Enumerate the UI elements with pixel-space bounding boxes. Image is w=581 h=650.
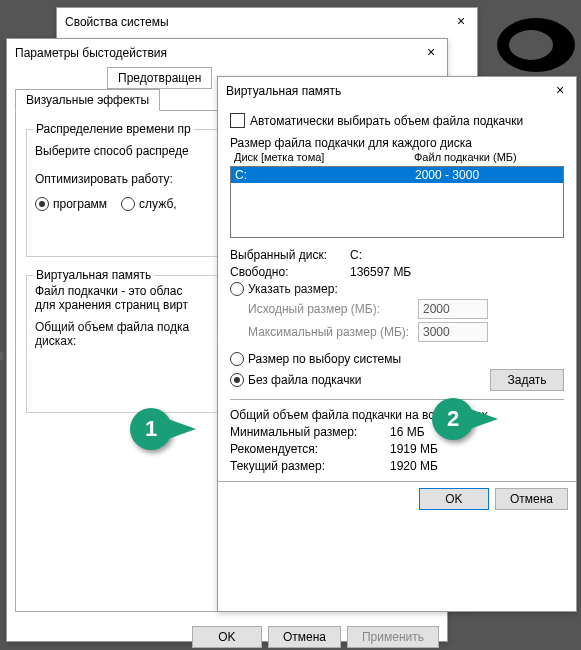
drive-row-selected[interactable]: C: 2000 - 3000	[231, 167, 563, 183]
max-size-field[interactable]	[418, 322, 488, 342]
current-size-value: 1920 МБ	[390, 459, 438, 473]
close-icon[interactable]: ×	[552, 83, 568, 99]
radio-custom-size[interactable]: Указать размер:	[230, 282, 564, 296]
section-label: Общий объем файла подкачки на всех диска…	[230, 408, 564, 422]
radio-services[interactable]: служб,	[121, 197, 177, 211]
ok-button[interactable]: OK	[419, 488, 489, 510]
cancel-button[interactable]: Отмена	[495, 488, 568, 510]
label: Свободно:	[230, 265, 350, 279]
min-size-value: 16 МБ	[390, 425, 425, 439]
auto-manage-checkbox[interactable]: Автоматически выбирать объем файла подка…	[230, 113, 564, 128]
window-title: Свойства системы	[65, 8, 169, 36]
cancel-button[interactable]: Отмена	[268, 626, 341, 648]
label: Рекомендуется:	[230, 442, 390, 456]
drive-list[interactable]: C: 2000 - 3000	[230, 166, 564, 238]
label: Максимальный размер (МБ):	[230, 325, 418, 339]
recommended-value: 1919 МБ	[390, 442, 438, 456]
ok-button[interactable]: OK	[192, 626, 262, 648]
radio-no-paging-file[interactable]: Без файла подкачки	[230, 373, 361, 387]
virtual-memory-window: Виртуальная память × Автоматически выбир…	[217, 76, 577, 612]
set-button[interactable]: Задать	[490, 369, 564, 391]
group-label: Распределение времени пр	[33, 122, 194, 136]
tab-visual-effects[interactable]: Визуальные эффекты	[15, 89, 160, 111]
label: Исходный размер (МБ):	[230, 302, 418, 316]
label: Текущий размер:	[230, 459, 390, 473]
tab-dep[interactable]: Предотвращен	[107, 67, 212, 89]
label: Выбранный диск:	[230, 248, 350, 262]
selected-disk-value: C:	[350, 248, 362, 262]
dialog-buttons: OK Отмена	[218, 482, 576, 516]
titlebar: Параметры быстодействия ×	[7, 39, 447, 67]
apply-button[interactable]: Применить	[347, 626, 439, 648]
section-label: Размер файла подкачки для каждого диска	[230, 136, 564, 150]
radio-programs[interactable]: программ	[35, 197, 107, 211]
list-header: Диск [метка тома] Файл подкачки (МБ)	[230, 150, 564, 164]
titlebar: Виртуальная память ×	[218, 77, 576, 105]
dialog-buttons: OK Отмена Применить	[7, 620, 447, 650]
close-icon[interactable]: ×	[423, 45, 439, 61]
initial-size-field[interactable]	[418, 299, 488, 319]
background-decoration	[497, 18, 575, 72]
group-label: Виртуальная память	[33, 268, 154, 282]
titlebar: Свойства системы ×	[57, 8, 477, 36]
free-space-value: 136597 МБ	[350, 265, 411, 279]
label: Минимальный размер:	[230, 425, 390, 439]
radio-system-managed[interactable]: Размер по выбору системы	[230, 352, 564, 366]
close-icon[interactable]: ×	[453, 14, 469, 30]
window-title: Виртуальная память	[226, 77, 341, 105]
window-title: Параметры быстодействия	[15, 39, 167, 67]
